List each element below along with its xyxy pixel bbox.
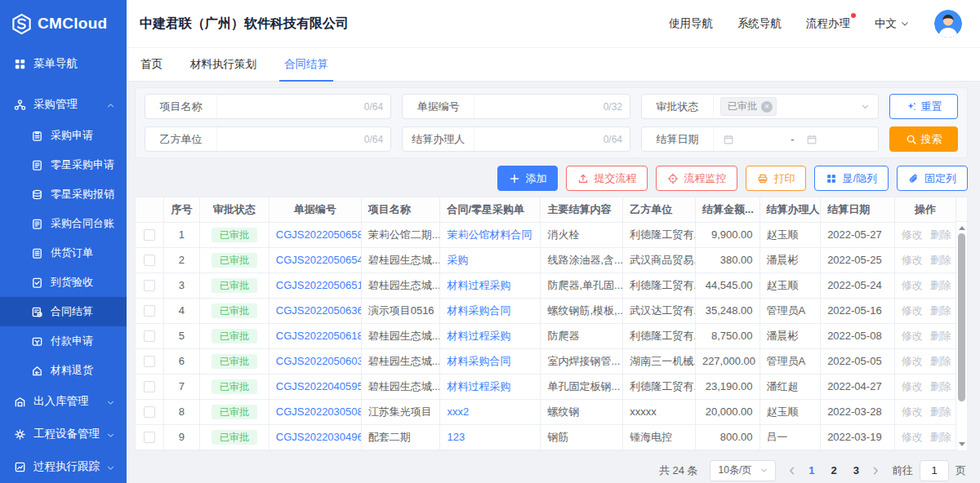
op-删除[interactable]: 删除 [930,405,951,418]
sidebar-item-到货验收[interactable]: 到货验收 [0,268,127,297]
page-1[interactable]: 1 [808,464,814,476]
topnav-中文[interactable]: 中文 [875,16,910,31]
op-删除[interactable]: 删除 [930,330,951,342]
op-修改[interactable]: 修改 [902,431,923,443]
doc-no-input[interactable] [474,95,603,118]
topnav-使用导航[interactable]: 使用导航 [669,16,713,31]
doc_no-link[interactable]: CGJS2022050654 [276,254,361,266]
tag-remove-icon[interactable]: × [761,101,773,113]
tab-首页[interactable]: 首页 [140,48,163,81]
row-checkbox[interactable] [144,280,155,291]
op-修改[interactable]: 修改 [902,228,923,241]
page-3[interactable]: 3 [853,464,859,476]
handler-input[interactable] [474,127,603,151]
next-page-button[interactable] [871,466,880,476]
search-button[interactable]: 搜索 [889,126,958,152]
doc_no-link[interactable]: CGJS2022050636 [276,304,361,317]
contract-link[interactable]: 材料过程采购 [447,380,510,392]
doc_no-link[interactable]: CGJS2022050651 [276,279,361,291]
op-修改[interactable]: 修改 [902,380,923,392]
sidebar-item-采购申请[interactable]: 采购申请 [0,121,127,150]
sidebar-item-过程执行跟踪[interactable]: 过程执行跟踪 [0,450,127,483]
scrollbar-track[interactable] [956,233,967,439]
sidebar-item-采购管理[interactable]: 采购管理 [0,88,127,121]
op-删除[interactable]: 删除 [930,254,951,266]
date-start-field[interactable] [723,134,786,145]
sidebar-item-合同结算[interactable]: 合同结算 [0,297,127,326]
sidebar-item-菜单导航[interactable]: 菜单导航 [0,47,127,80]
status-badge: 已审批 [212,304,257,318]
op-修改[interactable]: 修改 [902,254,923,266]
cell-amount: 227,000.00 [695,348,760,374]
tab-合同结算[interactable]: 合同结算 [284,48,328,81]
row-checkbox[interactable] [144,406,155,418]
page-2[interactable]: 2 [831,464,837,476]
op-删除[interactable]: 删除 [930,228,951,241]
scroll-down-arrow-icon[interactable] [956,439,967,450]
sidebar-item-零星采购报销[interactable]: 零星采购报销 [0,179,127,209]
op-修改[interactable]: 修改 [902,279,923,291]
op-删除[interactable]: 删除 [930,380,951,392]
doc_no-link[interactable]: CGJS2022050618 [276,330,361,342]
row-checkbox[interactable] [144,229,155,241]
doc_no-link[interactable]: CGJS2022030508 [276,405,361,418]
contract-link[interactable]: 材料过程采购 [447,330,510,342]
doc_no-link[interactable]: CGJS2022040595 [276,380,361,392]
page-size-select[interactable]: 10条/页 [710,460,777,481]
op-修改[interactable]: 修改 [902,304,923,317]
contract-link[interactable]: 采购 [447,254,468,266]
prev-page-button[interactable] [787,466,797,476]
reset-button[interactable]: 重置 [889,94,958,119]
op-修改[interactable]: 修改 [902,330,923,342]
doc_no-link[interactable]: CGJS2022050658 [276,228,361,241]
row-checkbox[interactable] [144,330,155,342]
contract-link[interactable]: 材料过程采购 [447,279,510,291]
sidebar-item-材料退货[interactable]: 材料退货 [0,356,127,385]
显/隐列-button[interactable]: 显/隐列 [814,166,889,191]
contract-link[interactable]: 茉莉公馆材料合同 [447,228,532,241]
filter-approval-status[interactable]: 审批状态 已审批 × [641,94,879,119]
op-删除[interactable]: 删除 [930,304,951,317]
goto-page-input[interactable] [920,460,949,481]
row-checkbox[interactable] [144,356,155,367]
contract-link[interactable]: 材料采购合同 [447,355,510,367]
固定列-button[interactable]: 固定列 [897,166,968,191]
contract-link[interactable]: xxx2 [447,405,469,418]
tab-材料执行策划[interactable]: 材料执行策划 [190,48,256,81]
project-name-input[interactable] [217,95,364,118]
sidebar-item-供货订单[interactable]: 供货订单 [0,238,127,268]
op-删除[interactable]: 删除 [930,279,951,291]
sidebar-item-label: 合同结算 [51,304,93,319]
op-修改[interactable]: 修改 [902,355,923,367]
doc_no-link[interactable]: CGJS2022050603 [276,355,361,367]
提交流程-button[interactable]: 提交流程 [566,166,648,191]
topnav-系统导航[interactable]: 系统导航 [737,16,782,31]
table-scrollbar[interactable] [956,197,967,450]
打印-button[interactable]: 打印 [746,166,806,191]
添加-button[interactable]: 添加 [497,166,558,191]
op-删除[interactable]: 删除 [930,355,951,367]
scrollbar-thumb[interactable] [958,233,965,401]
row-checkbox[interactable] [144,255,155,266]
contract-link[interactable]: 材料采购合同 [447,304,510,317]
row-checkbox[interactable] [144,432,155,443]
party-b-input[interactable] [217,127,364,151]
op-删除[interactable]: 删除 [930,431,951,443]
op-修改[interactable]: 修改 [902,405,923,418]
sidebar-item-采购合同台账[interactable]: 采购合同台账 [0,209,127,238]
doc_no-link[interactable]: CGJS2022030496 [276,431,361,443]
date-end-field[interactable] [806,134,869,145]
sidebar-item-付款申请[interactable]: 付款申请 [0,326,127,356]
sidebar-item-零星采购申请[interactable]: 零星采购申请 [0,150,127,179]
filter-label: 单据编号 [403,95,474,118]
row-checkbox[interactable] [144,381,155,392]
sidebar-item-出入库管理[interactable]: 出入库管理 [0,385,127,418]
avatar[interactable] [934,10,962,38]
sidebar-item-工程设备管理[interactable]: 工程设备管理 [0,418,127,450]
scroll-up-arrow-icon[interactable] [956,222,967,233]
contract-link[interactable]: 123 [447,431,465,443]
row-checkbox[interactable] [144,305,155,317]
流程监控-button[interactable]: 流程监控 [656,166,737,191]
topnav-label: 中文 [875,16,897,31]
topnav-流程办理[interactable]: 流程办理 [806,16,850,31]
